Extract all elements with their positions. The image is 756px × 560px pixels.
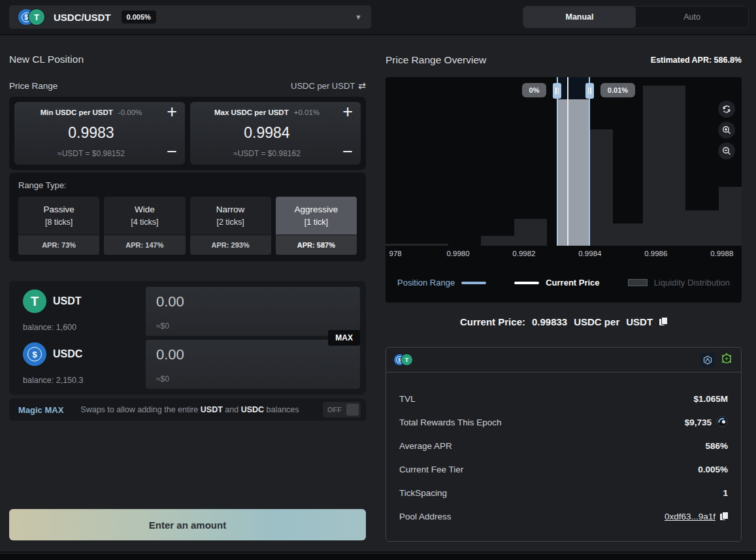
info-value: 586%	[705, 441, 728, 451]
info-value: $9,735	[685, 416, 728, 429]
x-axis: 9780.99800.99820.99840.99860.9988	[386, 246, 742, 263]
swap-arrows-icon: ⇄	[358, 80, 366, 91]
range-type-name: Wide	[135, 205, 155, 214]
info-label: TVL	[399, 394, 416, 404]
liquidity-bar	[643, 86, 686, 246]
pair-selector[interactable]: $ T USDC/USDT 0.005% ▼	[9, 5, 371, 29]
liquidity-chart: 0% 0.01%	[386, 77, 742, 303]
usdt-icon: T	[23, 289, 46, 313]
position-range-overlay[interactable]	[557, 77, 589, 246]
range-type-ticks: [1 tick]	[304, 218, 328, 227]
usdc-amount-input[interactable]	[156, 346, 350, 363]
liquidity-bar	[613, 223, 642, 246]
bottom-strip	[0, 553, 756, 560]
usdc-balance: balance: 2,150.3	[23, 376, 146, 385]
range-pct-badge-left: 0%	[522, 83, 547, 97]
token-symbol: USDT	[53, 295, 82, 307]
range-type-aggressive[interactable]: Aggressive [1 tick] APR: 587%	[276, 197, 357, 255]
denomination-label: USDC per USDT	[291, 81, 355, 91]
pool-address-link[interactable]: 0xdf63...9a1f	[665, 512, 715, 521]
x-axis-tick: 0.9986	[644, 250, 667, 257]
top-bar: $ T USDC/USDT 0.005% ▼ Manual Auto	[0, 0, 756, 34]
deposit-amounts-box: T USDT balance: 1,600 ≈$0 MAX $ USDC	[9, 281, 366, 395]
info-label: Current Fee Tier	[399, 465, 463, 474]
zoom-in-icon[interactable]	[718, 122, 735, 139]
max-price-increase-button[interactable]: +	[342, 103, 353, 121]
tab-manual[interactable]: Manual	[523, 7, 636, 27]
range-type-ticks: [8 ticks]	[45, 218, 73, 227]
liquidity-swatch	[628, 279, 648, 286]
range-type-label: Range Type:	[18, 180, 357, 190]
magic-max-description: Swaps to allow adding the entire USDT an…	[80, 405, 306, 414]
current-price-value: 0.99833	[532, 316, 567, 327]
max-price-label: Max USDC per USDT	[214, 108, 289, 116]
max-button[interactable]: MAX	[328, 330, 360, 346]
price-range-cards: Min USDC per USDT -0.00% 0.9983 ≈USDT = …	[9, 97, 366, 170]
usdt-icon: T	[401, 354, 412, 365]
range-type-passive[interactable]: Passive [8 ticks] APR: 73%	[18, 197, 99, 255]
pair-icons: $ T	[18, 9, 44, 25]
usdt-amount-box: ≈$0	[146, 287, 360, 336]
usdc-usd-approx: ≈$0	[156, 374, 350, 384]
denomination-toggle[interactable]: USDC per USDT ⇄	[291, 80, 366, 91]
range-top-fill	[558, 77, 588, 99]
current-price-line	[567, 77, 568, 246]
page-title: New CL Position	[9, 54, 366, 65]
range-type-name: Narrow	[216, 205, 245, 214]
turtle-icon[interactable]	[720, 352, 733, 368]
range-type-apr: APR: 293%	[190, 235, 271, 255]
toggle-state-label: OFF	[323, 406, 346, 414]
info-label: TickSpacing	[399, 488, 447, 498]
max-price-card: Max USDC per USDT +0.01% 0.9984 ≈USDT = …	[190, 102, 361, 165]
estimated-apr: Estimated APR: 586.8%	[651, 56, 742, 65]
min-price-card: Min USDC per USDT -0.00% 0.9983 ≈USDT = …	[14, 102, 185, 165]
legend-position-range: Position Range	[397, 278, 486, 288]
zoom-out-icon[interactable]	[718, 142, 735, 159]
info-label: Pool Address	[399, 512, 452, 521]
chevron-down-icon: ▼	[355, 13, 362, 21]
liquidity-bar	[514, 219, 547, 246]
reward-token-icon	[716, 416, 728, 429]
range-type-narrow[interactable]: Narrow [2 ticks] APR: 293%	[190, 197, 271, 255]
current-price-token: USDT	[626, 316, 653, 327]
usdt-usd-approx: ≈$0	[156, 321, 350, 331]
min-price-pct: -0.00%	[118, 108, 142, 116]
x-axis-tick: 0.9988	[710, 250, 733, 257]
range-max-drag-handle[interactable]	[585, 83, 594, 99]
aerodrome-icon[interactable]	[700, 353, 715, 367]
usdt-icon: T	[29, 9, 44, 25]
price-range-label: Price Range	[9, 81, 58, 91]
submit-button[interactable]: Enter an amount	[9, 509, 366, 540]
chart-legend: Position Range Current Price Liquidity D…	[386, 263, 742, 303]
range-type-ticks: [4 ticks]	[131, 218, 158, 227]
magic-max-label: Magic MAX	[18, 405, 63, 415]
min-price-label: Min USDC per USDT	[41, 108, 113, 116]
fee-tier-badge: 0.005%	[122, 10, 156, 24]
info-row-average-apr: Average APR 586%	[399, 434, 728, 457]
magic-max-toggle[interactable]: OFF	[323, 402, 361, 418]
tab-auto[interactable]: Auto	[636, 7, 748, 27]
range-pct-badge-right: 0.01%	[600, 83, 635, 97]
min-price-input[interactable]: 0.9983	[68, 124, 114, 142]
usdt-amount-input[interactable]	[156, 293, 350, 310]
usdc-deposit-row: MAX $ USDC balance: 2,150.3 ≈$0	[15, 340, 360, 389]
min-price-decrease-button[interactable]: −	[167, 143, 177, 161]
min-price-increase-button[interactable]: +	[167, 103, 177, 121]
range-type-wide[interactable]: Wide [4 ticks] APR: 147%	[104, 197, 185, 255]
range-min-drag-handle[interactable]	[553, 83, 561, 99]
legend-liquidity-distribution: Liquidity Distribution	[628, 278, 730, 288]
refresh-icon[interactable]	[718, 101, 735, 118]
liquidity-bar	[685, 210, 718, 246]
max-price-decrease-button[interactable]: −	[342, 143, 353, 161]
info-row-rewards: Total Rewards This Epoch $9,735	[399, 410, 728, 434]
usdc-amount-box: ≈$0	[146, 340, 360, 389]
range-type-name: Passive	[43, 205, 74, 214]
info-row-fee-tier: Current Fee Tier 0.005%	[399, 457, 728, 481]
max-price-input[interactable]: 0.9984	[244, 124, 289, 142]
pool-pair-icons: $ T	[394, 354, 412, 365]
info-row-tvl: TVL $1.065M	[399, 387, 728, 410]
copy-icon[interactable]	[659, 317, 667, 326]
price-range-overview-panel: Price Range Overview Estimated APR: 586.…	[386, 54, 742, 542]
chart-controls	[718, 101, 735, 159]
copy-icon[interactable]	[720, 512, 728, 521]
